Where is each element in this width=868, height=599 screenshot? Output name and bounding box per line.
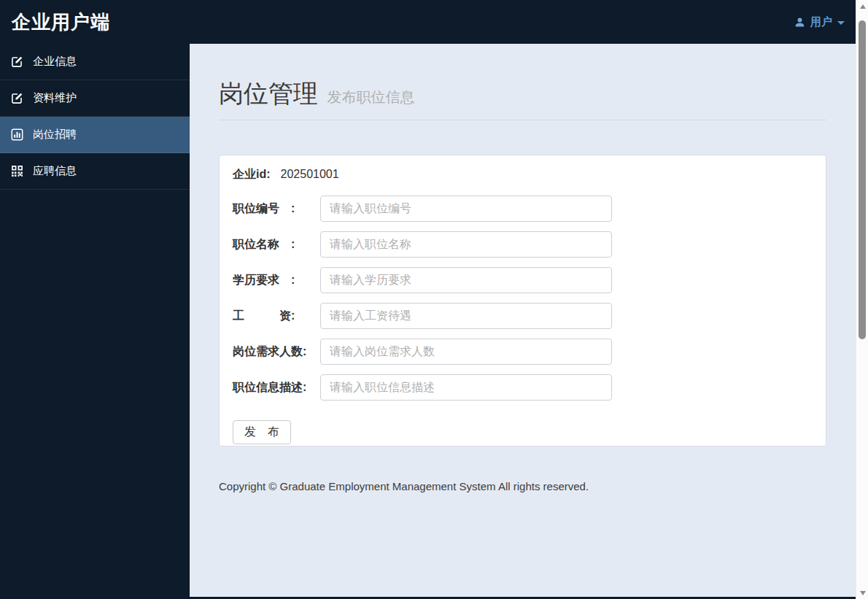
- company-id-value: 202501001: [281, 168, 339, 181]
- sidebar-item-job-recruitment[interactable]: 岗位招聘: [0, 117, 190, 153]
- description-input[interactable]: [320, 374, 612, 401]
- sidebar-item-label: 企业信息: [33, 55, 77, 69]
- position-code-input[interactable]: [320, 196, 612, 222]
- qr-grid-icon: [10, 165, 23, 178]
- copyright-footer: Copyright © Graduate Employment Manageme…: [219, 480, 826, 492]
- sidebar-item-label: 岗位招聘: [33, 128, 77, 142]
- header-bar: 企业用户端 用户: [0, 0, 868, 44]
- sidebar-item-enterprise-info[interactable]: 企业信息: [0, 44, 190, 80]
- job-post-form-panel: 企业id: 202501001 职位编号 : 职位名称 : 学历要求 : 工 资…: [219, 155, 826, 447]
- user-dropdown-label: 用户: [810, 15, 832, 29]
- description-label: 职位信息描述:: [233, 380, 320, 395]
- sidebar-item-data-maintenance[interactable]: 资料维护: [0, 80, 190, 117]
- sidebar-item-label: 资料维护: [33, 91, 77, 105]
- edit-square-icon: [10, 55, 23, 69]
- scroll-down-arrow-icon[interactable]: [856, 587, 868, 599]
- form-row-headcount: 岗位需求人数:: [233, 339, 813, 365]
- salary-input[interactable]: [320, 303, 612, 329]
- position-name-input[interactable]: [320, 231, 612, 258]
- education-requirement-input[interactable]: [320, 267, 612, 293]
- sidebar-nav: 企业信息 资料维护 岗位招聘: [0, 44, 190, 599]
- company-id-row: 企业id: 202501001: [233, 164, 813, 185]
- vertical-scrollbar[interactable]: [856, 0, 868, 599]
- company-id-label: 企业id:: [233, 167, 271, 182]
- position-code-label: 职位编号 :: [233, 201, 320, 217]
- page-header: 岗位管理 发布职位信息: [219, 77, 826, 120]
- user-dropdown[interactable]: 用户: [794, 0, 845, 44]
- form-row-description: 职位信息描述:: [233, 374, 813, 401]
- page-title: 岗位管理: [219, 80, 318, 107]
- chevron-down-icon: [837, 21, 845, 25]
- scrollbar-thumb[interactable]: [859, 20, 866, 339]
- main-content: 岗位管理 发布职位信息 企业id: 202501001 职位编号 : 职位名称 …: [190, 44, 856, 597]
- app-window: 企业用户端 用户 企业信息: [0, 0, 868, 599]
- sidebar-item-label: 应聘信息: [33, 164, 77, 178]
- position-name-label: 职位名称 :: [233, 237, 320, 252]
- headcount-label: 岗位需求人数:: [233, 344, 320, 360]
- form-row-position-code: 职位编号 :: [233, 196, 813, 222]
- edit-square-icon: [10, 92, 23, 105]
- salary-label: 工 资:: [233, 309, 320, 324]
- bar-chart-icon: [10, 128, 23, 142]
- brand-title[interactable]: 企业用户端: [12, 0, 110, 44]
- page-subtitle: 发布职位信息: [327, 89, 414, 105]
- form-row-education-requirement: 学历要求 :: [233, 267, 813, 293]
- form-row-salary: 工 资:: [233, 303, 813, 329]
- sidebar-item-application-info[interactable]: 应聘信息: [0, 153, 190, 190]
- education-requirement-label: 学历要求 :: [233, 273, 320, 288]
- scroll-up-arrow-icon[interactable]: [856, 0, 868, 12]
- publish-button[interactable]: 发 布: [233, 420, 291, 444]
- form-row-position-name: 职位名称 :: [233, 231, 813, 258]
- headcount-input[interactable]: [320, 339, 612, 365]
- user-icon: [794, 17, 805, 28]
